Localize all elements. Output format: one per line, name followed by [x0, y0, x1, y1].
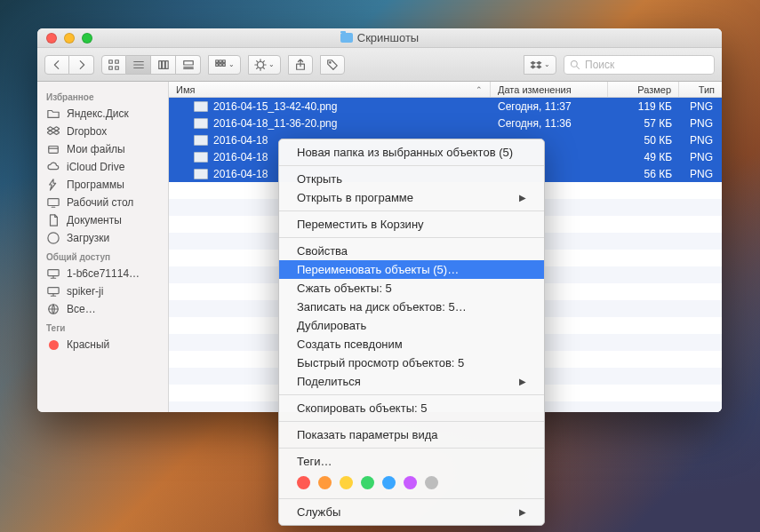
folder-icon: [46, 107, 60, 120]
menu-item[interactable]: Скопировать объекты: 5: [279, 399, 544, 417]
sidebar-item-label: Яндекс.Диск: [67, 107, 129, 120]
menu-item-label: Записать на диск объектов: 5…: [297, 300, 467, 314]
menu-item-label: Теги…: [297, 455, 332, 468]
svg-rect-0: [109, 60, 113, 63]
window-title-text: Скриншоты: [357, 31, 419, 44]
sidebar-item[interactable]: Рабочий стол: [37, 194, 168, 211]
menu-item[interactable]: Дублировать: [279, 316, 544, 335]
tag-color-swatch[interactable]: [318, 476, 332, 489]
menu-item[interactable]: Записать на диск объектов: 5…: [279, 298, 544, 316]
sidebar-item-label: Загрузки: [67, 232, 109, 244]
menu-item-label: Показать параметры вида: [297, 428, 437, 441]
sidebar-item[interactable]: Мои файлы: [37, 140, 168, 158]
file-size: 49 КБ: [608, 151, 679, 163]
menu-separator: [279, 421, 544, 422]
tag-color-swatch[interactable]: [297, 476, 310, 489]
menu-item[interactable]: Переименовать объекты (5)…: [279, 260, 544, 279]
svg-rect-5: [162, 60, 164, 68]
menu-item-label: Дублировать: [297, 319, 366, 332]
column-type[interactable]: Тип: [679, 82, 722, 97]
svg-point-14: [258, 61, 264, 67]
file-thumb-icon: [194, 152, 208, 163]
menu-item[interactable]: Свойства: [279, 242, 544, 260]
menu-item[interactable]: Создать псевдоним: [279, 335, 544, 353]
sidebar-item-label: iCloud Drive: [67, 161, 124, 173]
share-button[interactable]: [288, 55, 313, 75]
menu-item[interactable]: Быстрый просмотр объектов: 5: [279, 353, 544, 372]
tag-colors: [279, 471, 544, 495]
sidebar-item[interactable]: iCloud Drive: [37, 158, 168, 176]
file-name: 2016-04-18: [213, 134, 268, 147]
menu-item[interactable]: Показать параметры вида: [279, 425, 544, 444]
sidebar-item-label: 1-b6ce71114…: [67, 267, 140, 280]
sidebar-item-label: Рабочий стол: [67, 196, 133, 209]
sidebar-item[interactable]: Все…: [37, 300, 168, 318]
sidebar-item[interactable]: Dropbox: [37, 123, 168, 140]
menu-item-label: Свойства: [297, 244, 348, 258]
svg-point-16: [330, 61, 331, 62]
titlebar[interactable]: Скриншоты: [37, 28, 722, 48]
sidebar-item[interactable]: 1-b6ce71114…: [37, 265, 168, 282]
icon-view-button[interactable]: [101, 55, 126, 75]
file-type: PNG: [679, 117, 722, 130]
sort-indicator-icon: ⌃: [476, 85, 483, 94]
action-button[interactable]: ⌄: [248, 55, 281, 75]
sidebar-heading: Общий доступ: [37, 247, 168, 265]
tag-color-swatch[interactable]: [404, 476, 417, 489]
sidebar-item[interactable]: Загрузки: [37, 229, 168, 247]
menu-item[interactable]: Службы▶: [279, 503, 544, 521]
table-row[interactable]: 2016-04-18_11-36-20.pngСегодня, 11:3657 …: [169, 115, 722, 131]
forward-button[interactable]: [69, 55, 94, 75]
sidebar-item[interactable]: Яндекс.Диск: [37, 105, 168, 123]
tag-color-swatch[interactable]: [340, 476, 353, 489]
sidebar-item-label: Красный: [67, 338, 109, 351]
back-button[interactable]: [44, 55, 69, 75]
coverflow-view-button[interactable]: [176, 55, 201, 75]
svg-rect-3: [116, 66, 119, 69]
svg-rect-22: [48, 288, 59, 294]
submenu-arrow-icon: ▶: [519, 377, 526, 386]
menu-item[interactable]: Новая папка из выбранных объектов (5): [279, 143, 544, 162]
file-type: PNG: [679, 168, 722, 180]
sidebar: ИзбранноеЯндекс.ДискDropboxМои файлыiClo…: [37, 82, 169, 412]
column-view-button[interactable]: [151, 55, 176, 75]
desktop-icon: [46, 196, 60, 209]
tag-color-swatch[interactable]: [382, 476, 396, 489]
menu-item[interactable]: Сжать объекты: 5: [279, 279, 544, 298]
sidebar-heading: Избранное: [37, 87, 168, 105]
sidebar-item[interactable]: Красный: [37, 336, 168, 353]
cloud-icon: [46, 161, 60, 173]
menu-item-label: Сжать объекты: 5: [297, 282, 392, 295]
menu-separator: [279, 237, 544, 238]
menu-separator: [279, 165, 544, 166]
column-size[interactable]: Размер: [608, 82, 679, 97]
file-size: 119 КБ: [608, 100, 679, 113]
sidebar-item-label: Dropbox: [67, 125, 107, 138]
tags-button[interactable]: [320, 55, 345, 75]
sidebar-item[interactable]: spiker-ji: [37, 282, 168, 300]
sidebar-item[interactable]: Документы: [37, 211, 168, 229]
file-type: PNG: [679, 100, 722, 113]
column-name[interactable]: Имя⌃: [169, 82, 491, 97]
menu-item-label: Переименовать объекты (5)…: [297, 263, 459, 276]
column-date[interactable]: Дата изменения: [491, 82, 608, 97]
file-thumb-icon: [194, 169, 208, 179]
menu-item[interactable]: Поделиться▶: [279, 372, 544, 391]
list-view-button[interactable]: [126, 55, 151, 75]
search-icon: [570, 60, 580, 70]
globe-icon: [46, 303, 60, 315]
dropbox-toolbar-button[interactable]: ⌄: [524, 55, 556, 75]
tag-color-swatch[interactable]: [361, 476, 374, 489]
tag-color-swatch[interactable]: [425, 476, 438, 489]
svg-rect-12: [220, 63, 222, 66]
menu-item[interactable]: Открыть в программе▶: [279, 188, 544, 207]
arrange-button[interactable]: ⌄: [208, 55, 241, 75]
menu-item[interactable]: Переместить в Корзину: [279, 215, 544, 234]
dropbox-icon: [46, 125, 60, 138]
sidebar-item[interactable]: Программы: [37, 176, 168, 194]
menu-item[interactable]: Открыть: [279, 170, 544, 188]
svg-rect-9: [220, 60, 222, 62]
menu-item[interactable]: Теги…: [279, 452, 544, 471]
search-field[interactable]: Поиск: [564, 55, 715, 75]
table-row[interactable]: 2016-04-15_13-42-40.pngСегодня, 11:37119…: [169, 98, 722, 115]
